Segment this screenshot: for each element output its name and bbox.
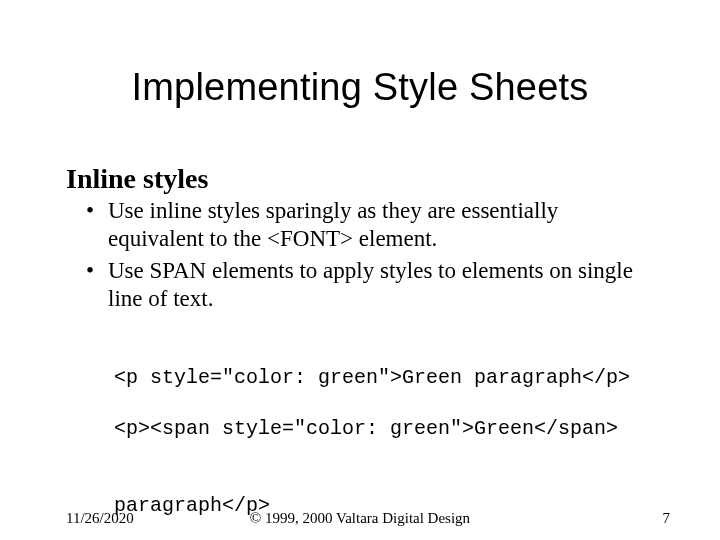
slide-title: Implementing Style Sheets — [0, 0, 720, 109]
footer-copyright: © 1999, 2000 Valtara Digital Design — [0, 510, 720, 527]
section-heading: Inline styles — [66, 163, 720, 195]
bullet-list: Use inline styles sparingly as they are … — [82, 197, 650, 313]
bullet-item: Use SPAN elements to apply styles to ele… — [82, 257, 650, 313]
slide: Implementing Style Sheets Inline styles … — [0, 0, 720, 540]
bullet-item: Use inline styles sparingly as they are … — [82, 197, 650, 253]
code-line: <p style="color: green">Green paragraph<… — [114, 366, 630, 389]
code-line: <p><span style="color: green">Green</spa… — [114, 417, 618, 440]
footer-page-number: 7 — [663, 510, 671, 527]
